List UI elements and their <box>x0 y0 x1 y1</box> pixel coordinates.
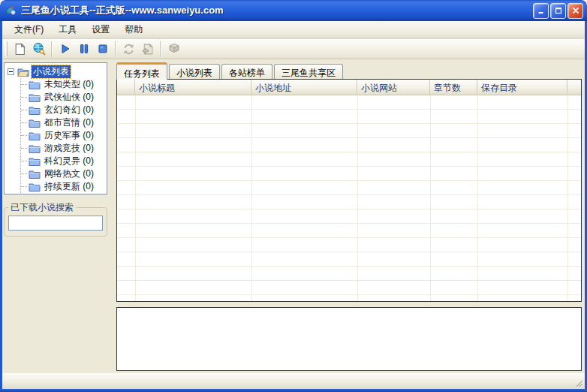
folder-icon <box>29 118 41 128</box>
grid-line <box>477 95 478 301</box>
panel-splitter[interactable] <box>108 61 115 373</box>
tab-site-rankings[interactable]: 各站榜单 <box>221 64 272 79</box>
app-window: 三尾鱼小说工具--正式版--www.sanweiyu.com <box>0 0 587 392</box>
column-chapter-count[interactable]: 章节数 <box>430 80 477 95</box>
menubar: 文件(F) 工具 设置 帮助 <box>2 21 585 39</box>
folder-icon <box>29 80 41 90</box>
tree-item-scifi-supernatural[interactable]: 科幻灵异 (0) <box>21 155 107 167</box>
column-novel-url[interactable]: 小说地址 <box>251 80 357 95</box>
open-folder-icon <box>17 67 29 77</box>
grid-line <box>135 95 136 301</box>
search-globe-icon <box>32 42 46 56</box>
new-document-icon <box>14 43 26 56</box>
grid-line <box>567 95 568 301</box>
downloaded-search-group: 已下载小说搜索 <box>4 201 107 237</box>
tree-item-urban-romance[interactable]: 都市言情 (0) <box>21 116 107 129</box>
downloaded-search-label: 已下载小说搜索 <box>8 201 76 214</box>
grid-line <box>357 95 358 301</box>
minimize-icon <box>537 7 545 14</box>
folder-icon <box>29 143 41 154</box>
tree-item-fantasy[interactable]: 玄幻奇幻 (0) <box>21 104 107 116</box>
tree-item-history-military[interactable]: 历史军事 (0) <box>21 129 107 142</box>
grid-line <box>251 95 252 301</box>
library-button <box>164 40 183 58</box>
tab-task-list[interactable]: 任务列表 <box>116 62 167 80</box>
stop-icon <box>97 43 109 55</box>
tabstrip: 任务列表 小说列表 各站榜单 三尾鱼共享区 <box>115 61 582 79</box>
menu-file[interactable]: 文件(F) <box>7 21 51 38</box>
statusbar <box>2 373 585 389</box>
toolbar-separator <box>51 41 53 57</box>
folder-icon <box>29 169 41 179</box>
folder-icon <box>29 92 41 103</box>
collapse-icon[interactable] <box>8 68 14 75</box>
column-novel-site[interactable]: 小说网站 <box>357 80 430 95</box>
column-selector[interactable] <box>117 80 135 95</box>
tree-root-label: 小说列表 <box>32 65 71 78</box>
folder-icon <box>29 182 41 192</box>
tree-item-wuxia[interactable]: 武侠仙侠 (0) <box>21 91 107 104</box>
maximize-icon <box>555 7 562 14</box>
pause-icon <box>78 43 90 55</box>
resize-grip-icon[interactable] <box>573 378 583 387</box>
window-frame: 文件(F) 工具 设置 帮助 <box>0 21 587 389</box>
export-page-icon <box>141 43 154 56</box>
column-filler <box>567 80 581 95</box>
export-button <box>138 40 157 58</box>
tab-share-zone[interactable]: 三尾鱼共享区 <box>274 64 343 79</box>
window-controls <box>533 3 583 19</box>
window-bottom-border <box>0 389 587 392</box>
main-area: 小说列表 未知类型 (0) 武侠仙侠 (0) 玄幻奇 <box>2 59 585 373</box>
content-area: 任务列表 小说列表 各站榜单 三尾鱼共享区 小说标题 小说地址 小说网站 章节数… <box>115 61 585 373</box>
tree-children: 未知类型 (0) 武侠仙侠 (0) 玄幻奇幻 (0) 都市言情 (0) <box>20 78 107 193</box>
window-title: 三尾鱼小说工具--正式版--www.sanweiyu.com <box>21 4 533 17</box>
maximize-button[interactable] <box>550 3 566 19</box>
new-task-button[interactable] <box>11 40 29 58</box>
folder-icon <box>29 105 41 116</box>
search-button[interactable] <box>29 40 48 58</box>
task-table: 小说标题 小说地址 小说网站 章节数 保存目录 <box>116 79 582 302</box>
menu-tools[interactable]: 工具 <box>51 21 84 38</box>
tree-root-novel-list[interactable]: 小说列表 <box>8 65 107 78</box>
menu-settings[interactable]: 设置 <box>84 21 117 38</box>
column-save-directory[interactable]: 保存目录 <box>477 80 567 95</box>
play-icon <box>59 43 71 55</box>
downloaded-search-input[interactable] <box>8 216 103 231</box>
category-tree: 小说列表 未知类型 (0) 武侠仙侠 (0) 玄幻奇 <box>4 62 107 194</box>
tree-item-web-hot[interactable]: 网络热文 (0) <box>21 167 107 180</box>
close-icon <box>572 7 579 14</box>
toolbar <box>2 39 585 59</box>
pause-button[interactable] <box>74 40 93 58</box>
column-novel-title[interactable]: 小说标题 <box>135 80 251 95</box>
stop-button[interactable] <box>93 40 112 58</box>
task-table-body <box>117 95 581 301</box>
titlebar[interactable]: 三尾鱼小说工具--正式版--www.sanweiyu.com <box>0 0 587 21</box>
tree-item-unknown[interactable]: 未知类型 (0) <box>21 78 107 91</box>
task-table-header: 小说标题 小说地址 小说网站 章节数 保存目录 <box>117 80 581 95</box>
sidebar: 小说列表 未知类型 (0) 武侠仙侠 (0) 玄幻奇 <box>2 61 108 373</box>
tree-item-ongoing-updates[interactable]: 持续更新 (0) <box>21 180 107 193</box>
folder-icon <box>29 156 41 167</box>
refresh-icon <box>122 43 135 56</box>
tree-item-game-sports[interactable]: 游戏竞技 (0) <box>21 142 107 155</box>
grid-line <box>430 95 431 301</box>
close-button[interactable] <box>567 3 583 19</box>
tab-novel-list[interactable]: 小说列表 <box>169 64 220 79</box>
book-icon <box>167 42 181 56</box>
toolbar-separator <box>115 41 116 57</box>
toolbar-grip[interactable] <box>5 41 8 56</box>
folder-icon <box>29 131 41 141</box>
minimize-button[interactable] <box>533 3 549 19</box>
app-logo-icon[interactable] <box>5 5 17 17</box>
refresh-button <box>119 40 138 58</box>
toolbar-separator <box>160 41 161 57</box>
menu-help[interactable]: 帮助 <box>117 21 150 38</box>
log-panel <box>116 307 582 371</box>
start-button[interactable] <box>56 40 74 58</box>
